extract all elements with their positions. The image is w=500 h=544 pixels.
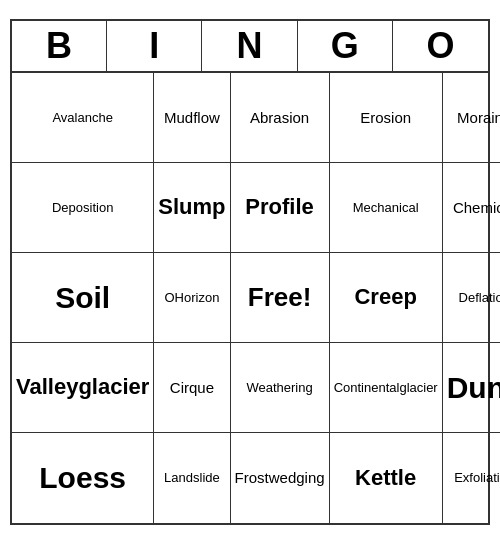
bingo-cell: Erosion [330,73,443,163]
bingo-header: BINGO [12,21,488,73]
bingo-cell: Profile [231,163,330,253]
bingo-cell: Exfoliation [443,433,500,523]
bingo-cell: Continentalglacier [330,343,443,433]
bingo-header-letter: B [12,21,107,71]
bingo-cell: Moraine [443,73,500,163]
bingo-cell: Slump [154,163,230,253]
bingo-card: BINGO AvalancheMudflowAbrasionErosionMor… [10,19,490,525]
bingo-cell: Soil [12,253,154,343]
bingo-cell: Deposition [12,163,154,253]
bingo-grid: AvalancheMudflowAbrasionErosionMoraineDe… [12,73,488,523]
bingo-cell: Abrasion [231,73,330,163]
bingo-cell: Valleyglacier [12,343,154,433]
bingo-cell: Avalanche [12,73,154,163]
bingo-cell: Kettle [330,433,443,523]
bingo-cell: Cirque [154,343,230,433]
bingo-cell: Landslide [154,433,230,523]
bingo-cell: Dune [443,343,500,433]
bingo-cell: Free! [231,253,330,343]
bingo-cell: Mudflow [154,73,230,163]
bingo-cell: Chemical [443,163,500,253]
bingo-cell: Weathering [231,343,330,433]
bingo-header-letter: N [202,21,297,71]
bingo-cell: OHorizon [154,253,230,343]
bingo-cell: Deflation [443,253,500,343]
bingo-cell: Creep [330,253,443,343]
bingo-cell: Frostwedging [231,433,330,523]
bingo-header-letter: G [298,21,393,71]
bingo-cell: Loess [12,433,154,523]
bingo-header-letter: I [107,21,202,71]
bingo-header-letter: O [393,21,488,71]
bingo-cell: Mechanical [330,163,443,253]
